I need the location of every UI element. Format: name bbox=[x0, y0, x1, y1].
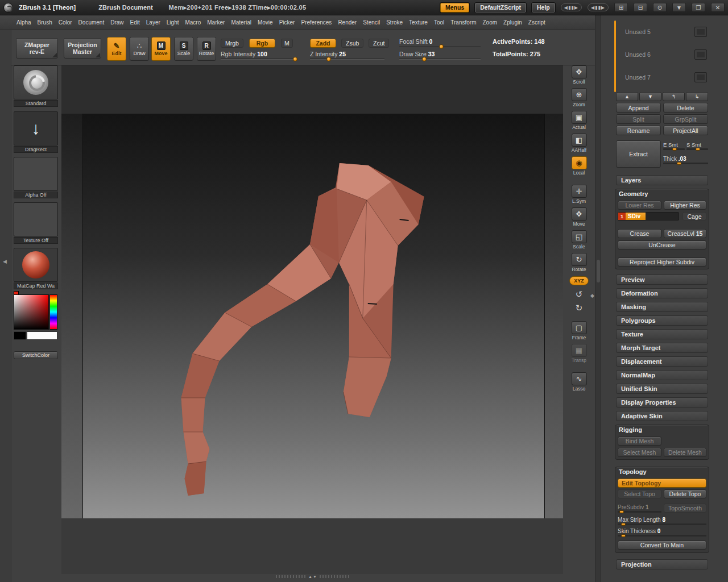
menu-stencil[interactable]: Stencil bbox=[362, 18, 380, 27]
section-masking[interactable]: Masking bbox=[616, 302, 708, 312]
brush-selector[interactable]: Standard bbox=[14, 65, 58, 107]
menu-movie[interactable]: Movie bbox=[257, 18, 274, 27]
rs-local[interactable]: ◉ Local bbox=[569, 156, 589, 178]
rs-lsym[interactable]: ✛ L.Sym bbox=[569, 185, 589, 206]
menu-zplugin[interactable]: Zplugin bbox=[503, 18, 523, 27]
higher-res-button[interactable]: Higher Res bbox=[664, 201, 706, 210]
subtool-unused-6[interactable]: Unused 6 bbox=[616, 43, 708, 66]
left-tray-divider[interactable]: ◀ bbox=[0, 30, 11, 582]
menu-tool[interactable]: Tool bbox=[433, 18, 445, 27]
menu-document[interactable]: Document bbox=[78, 18, 105, 27]
section-display-properties[interactable]: Display Properties bbox=[616, 397, 708, 408]
scroll-arrows-icon[interactable]: ▲▼ bbox=[308, 575, 317, 579]
uncrease-button[interactable]: UnCrease bbox=[618, 240, 706, 250]
alpha-selector[interactable]: Alpha Off bbox=[14, 157, 58, 198]
zcut-button[interactable]: Zcut bbox=[369, 39, 389, 48]
rgb-intensity-slider[interactable]: Rgb Intensity 100 bbox=[221, 51, 296, 62]
menu-transform[interactable]: Transform bbox=[450, 18, 477, 27]
canvas-area[interactable] bbox=[61, 65, 563, 574]
move-button[interactable]: M Move bbox=[151, 37, 171, 61]
edit-topology-button[interactable]: Edit Topology bbox=[618, 479, 706, 488]
select-topo-button[interactable]: Select Topo bbox=[618, 489, 661, 498]
append-button[interactable]: Append bbox=[616, 103, 661, 113]
menu-brush[interactable]: Brush bbox=[37, 18, 53, 27]
defaultzscript-button[interactable]: DefaultZScript bbox=[475, 3, 526, 13]
menu-zscript[interactable]: Zscript bbox=[528, 18, 546, 27]
max-strip-length-slider[interactable]: Max Strip Length 8 bbox=[618, 516, 706, 525]
skin-thickness-slider[interactable]: Skin Thickness 0 bbox=[618, 527, 706, 537]
secondary-color-swatch[interactable] bbox=[14, 331, 26, 340]
section-layers[interactable]: Layers bbox=[616, 175, 708, 185]
section-polygroups[interactable]: Polygroups bbox=[616, 315, 708, 326]
switchcolor-button[interactable]: SwitchColor bbox=[14, 351, 58, 359]
select-mesh-button[interactable]: Select Mesh bbox=[618, 448, 661, 457]
edit-button[interactable]: ✎ Edit bbox=[107, 37, 126, 61]
ui-scale-slider-right[interactable]: ◀▮▮▶ bbox=[588, 3, 609, 11]
rs-scale[interactable]: ◱ Scale bbox=[569, 230, 589, 252]
menu-light[interactable]: Light bbox=[166, 18, 180, 27]
scroll-dots-right[interactable] bbox=[320, 575, 350, 578]
menu-draw[interactable]: Draw bbox=[110, 18, 124, 27]
lock-icon[interactable]: ⊙ bbox=[653, 3, 667, 12]
menu-edit[interactable]: Edit bbox=[130, 18, 140, 27]
presubdiv-slider[interactable]: PreSubdiv 1 bbox=[618, 504, 661, 513]
hue-strip[interactable] bbox=[49, 294, 57, 330]
rgb-intensity-handle[interactable] bbox=[293, 57, 297, 61]
menu-alpha[interactable]: Alpha bbox=[16, 18, 32, 27]
rs-transp[interactable]: ▦ Transp bbox=[569, 344, 589, 365]
creaselvl-slider[interactable]: CreaseLvl 15 bbox=[664, 229, 706, 238]
delete-topo-button[interactable]: Delete Topo bbox=[664, 489, 706, 498]
focal-shift-handle[interactable] bbox=[439, 44, 444, 49]
projectall-button[interactable]: ProjectAll bbox=[663, 126, 708, 135]
subtool-up[interactable]: ▲ bbox=[616, 92, 638, 101]
scale-button[interactable]: S Scale bbox=[174, 37, 193, 61]
rs-xyz[interactable]: XYZ bbox=[569, 276, 589, 287]
rs-zoom[interactable]: ⊕ Zoom bbox=[569, 88, 589, 110]
dock-double-icon[interactable]: ⊟ bbox=[634, 3, 647, 12]
z-intensity-handle[interactable] bbox=[326, 57, 331, 61]
section-preview[interactable]: Preview bbox=[616, 275, 708, 285]
panel-divider[interactable]: ◆ bbox=[590, 65, 595, 574]
document-viewport[interactable] bbox=[82, 114, 545, 518]
section-adaptive-skin[interactable]: Adaptive Skin bbox=[616, 411, 708, 421]
ui-scale-slider-left[interactable]: ◀▮▮▶ bbox=[561, 3, 582, 11]
rs-rotate[interactable]: ↻ Rotate bbox=[569, 253, 589, 275]
bind-mesh-button[interactable]: Bind Mesh bbox=[618, 436, 661, 446]
subtool-unused-5[interactable]: Unused 5 bbox=[616, 20, 708, 43]
s-smt-toggle[interactable]: S Smt bbox=[686, 141, 708, 150]
menu-picker[interactable]: Picker bbox=[279, 18, 296, 27]
lower-res-button[interactable]: Lower Res bbox=[618, 201, 661, 210]
scroll-dots-left[interactable] bbox=[276, 575, 306, 578]
section-deformation[interactable]: Deformation bbox=[616, 288, 708, 298]
section-displacement[interactable]: Displacement bbox=[616, 356, 708, 367]
panel-scrollbar[interactable] bbox=[595, 15, 601, 582]
grpsplit-button[interactable]: GrpSplit bbox=[663, 114, 708, 124]
subtool-shift-down[interactable]: ↳ bbox=[686, 92, 708, 101]
toposmooth-button[interactable]: TopoSmooth bbox=[664, 504, 706, 513]
rename-button[interactable]: Rename bbox=[616, 126, 661, 135]
menu-material[interactable]: Material bbox=[230, 18, 252, 27]
m-button[interactable]: M bbox=[281, 39, 293, 48]
section-texture[interactable]: Texture bbox=[616, 329, 708, 339]
topology-header[interactable]: Topology bbox=[619, 468, 647, 475]
subtool-down[interactable]: ▼ bbox=[639, 92, 661, 101]
split-button[interactable]: Split bbox=[616, 114, 661, 124]
material-selector[interactable]: MatCap Red Wa bbox=[14, 248, 58, 289]
menus-button[interactable]: Menus bbox=[440, 3, 469, 13]
subtool-unused-7[interactable]: Unused 7 bbox=[616, 66, 708, 89]
zadd-button[interactable]: Zadd bbox=[310, 39, 336, 48]
close-window-button[interactable]: ✕ bbox=[711, 3, 725, 12]
rs-spin-left[interactable]: ↺ bbox=[569, 288, 589, 301]
shade-window-button[interactable]: ▼ bbox=[672, 3, 686, 12]
z-intensity-slider[interactable]: Z Intensity 25 bbox=[310, 51, 384, 62]
cage-button[interactable]: Cage bbox=[682, 212, 706, 221]
convert-to-main-button[interactable]: Convert To Main bbox=[618, 541, 706, 550]
delete-button[interactable]: Delete bbox=[663, 103, 708, 113]
color-preview-bar[interactable] bbox=[27, 331, 57, 340]
menu-marker[interactable]: Marker bbox=[206, 18, 225, 27]
panel-grab-icon[interactable]: ◆ bbox=[590, 293, 594, 298]
rigging-header[interactable]: Rigging bbox=[619, 426, 642, 433]
menu-layer[interactable]: Layer bbox=[146, 18, 161, 27]
rs-aahalf[interactable]: ◧ AAHalf bbox=[569, 134, 589, 155]
menu-color[interactable]: Color bbox=[58, 18, 73, 27]
